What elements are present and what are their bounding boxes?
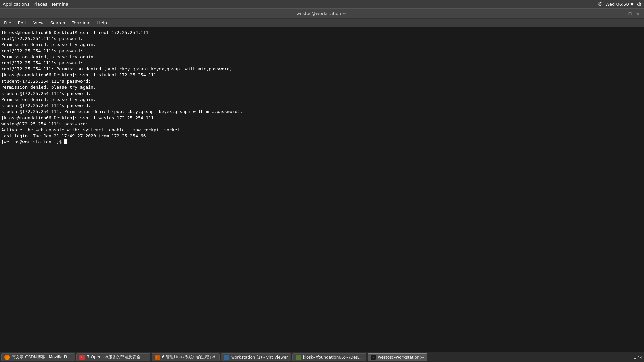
menu-terminal[interactable]: Terminal bbox=[69, 20, 93, 26]
terminal-window: westos@workstation:~ ─ □ ✕ File Edit Vie… bbox=[0, 9, 644, 352]
taskbar-item-pdf1[interactable]: PDF7.Openssh服务的部署及安全优化.pdf bbox=[76, 353, 150, 361]
places-menu[interactable]: Places bbox=[33, 2, 47, 7]
terminal-line: [kiosk@foundation66 Desktop]$ ssh -l wes… bbox=[1, 115, 643, 121]
terminal-content[interactable]: [kiosk@foundation66 Desktop]$ ssh -l roo… bbox=[0, 27, 644, 352]
taskbar-item-label: westos@workstation:~ bbox=[378, 355, 424, 360]
pdf-icon: PDF bbox=[79, 355, 85, 360]
terminal-output: [kiosk@foundation66 Desktop]$ ssh -l roo… bbox=[1, 29, 643, 145]
system-bar-left: Applications Places Terminal bbox=[3, 2, 70, 7]
taskbar-item-label: workstation (1) - Virt Viewer bbox=[231, 355, 288, 360]
terminal-line: Permission denied, please try again. bbox=[1, 54, 643, 60]
terminal-line: [kiosk@foundation66 Desktop]$ ssh -l roo… bbox=[1, 29, 643, 36]
datetime-display: Wed 06:50 ▼ bbox=[605, 2, 634, 7]
menu-file[interactable]: File bbox=[1, 20, 14, 26]
terminal-cursor bbox=[64, 139, 67, 144]
terminal-line: student@172.25.254.111: Permission denie… bbox=[1, 109, 643, 115]
taskbar-item-terminal[interactable]: >westos@workstation:~ bbox=[368, 353, 427, 361]
system-bar: Applications Places Terminal 英 Wed 06:50… bbox=[0, 0, 644, 9]
taskbar-item-pdf2[interactable]: PDF6.管理Linux系统中的进程.pdf bbox=[152, 353, 220, 361]
applications-menu[interactable]: Applications bbox=[3, 2, 29, 7]
terminal-menu[interactable]: Terminal bbox=[51, 2, 70, 7]
window-controls: ─ □ ✕ bbox=[619, 11, 641, 16]
terminal-line: root@172.25.254.111: Permission denied (… bbox=[1, 66, 643, 72]
lang-indicator: 英 bbox=[598, 1, 602, 7]
terminal-line: Permission denied, please try again. bbox=[1, 97, 643, 103]
menu-edit[interactable]: Edit bbox=[15, 20, 29, 26]
terminal-line: Last login: Tue Jan 21 17:49:27 2020 fro… bbox=[1, 133, 643, 139]
terminal-line: Permission denied, please try again. bbox=[1, 84, 643, 90]
filemanager-icon bbox=[296, 355, 301, 360]
page-indicator: 1 / 4 bbox=[634, 355, 643, 360]
taskbar-item-label: 7.Openssh服务的部署及安全优化.pdf bbox=[87, 354, 147, 360]
pdf2-icon: PDF bbox=[155, 355, 160, 360]
virt-icon bbox=[224, 355, 229, 360]
terminal-line: root@172.25.254.111's password: bbox=[1, 48, 643, 54]
taskbar-item-label: 写文章-CSDN博客 - Mozilla Firefox bbox=[12, 354, 72, 360]
taskbar-items: 写文章-CSDN博客 - Mozilla FirefoxPDF7.Openssh… bbox=[1, 353, 632, 361]
title-bar: westos@workstation:~ ─ □ ✕ bbox=[0, 9, 644, 19]
taskbar-item-filemanager[interactable]: kiosk@foundation66:~/Desktop bbox=[292, 353, 366, 361]
taskbar-item-label: kiosk@foundation66:~/Desktop bbox=[303, 355, 363, 360]
taskbar-item-label: 6.管理Linux系统中的进程.pdf bbox=[162, 354, 217, 360]
taskbar-item-firefox[interactable]: 写文章-CSDN博客 - Mozilla Firefox bbox=[1, 353, 75, 361]
taskbar-item-virt[interactable]: workstation (1) - Virt Viewer bbox=[221, 353, 291, 361]
terminal-line: westos@172.25.254.111's password: bbox=[1, 121, 643, 127]
terminal-line: Activate the web console with: systemctl… bbox=[1, 127, 643, 133]
system-bar-right: 英 Wed 06:50 ▼ ⏻ bbox=[598, 1, 641, 7]
terminal-icon: > bbox=[371, 355, 376, 360]
taskbar: 写文章-CSDN博客 - Mozilla FirefoxPDF7.Openssh… bbox=[0, 352, 644, 362]
maximize-button[interactable]: □ bbox=[627, 11, 633, 16]
close-button[interactable]: ✕ bbox=[635, 11, 641, 16]
terminal-line: root@172.25.254.111's password: bbox=[1, 36, 643, 42]
taskbar-right: 1 / 4 bbox=[634, 355, 643, 360]
minimize-button[interactable]: ─ bbox=[619, 11, 625, 16]
terminal-line: [kiosk@foundation66 Desktop]$ ssh -l stu… bbox=[1, 72, 643, 78]
terminal-line: [westos@workstation ~]$ bbox=[1, 139, 643, 145]
power-icon[interactable]: ⏻ bbox=[637, 2, 641, 7]
menu-search[interactable]: Search bbox=[48, 20, 68, 26]
terminal-line: Permission denied, please try again. bbox=[1, 42, 643, 48]
firefox-icon bbox=[4, 355, 10, 360]
menu-view[interactable]: View bbox=[31, 20, 46, 26]
menu-bar: File Edit View Search Terminal Help bbox=[0, 19, 644, 27]
window-title: westos@workstation:~ bbox=[23, 11, 619, 16]
terminal-line: student@172.25.254.111's password: bbox=[1, 103, 643, 109]
menu-help[interactable]: Help bbox=[94, 20, 110, 26]
terminal-line: student@172.25.254.111's password: bbox=[1, 90, 643, 97]
terminal-line: student@172.25.254.111's password: bbox=[1, 78, 643, 84]
terminal-line: root@172.25.254.111's password: bbox=[1, 60, 643, 66]
